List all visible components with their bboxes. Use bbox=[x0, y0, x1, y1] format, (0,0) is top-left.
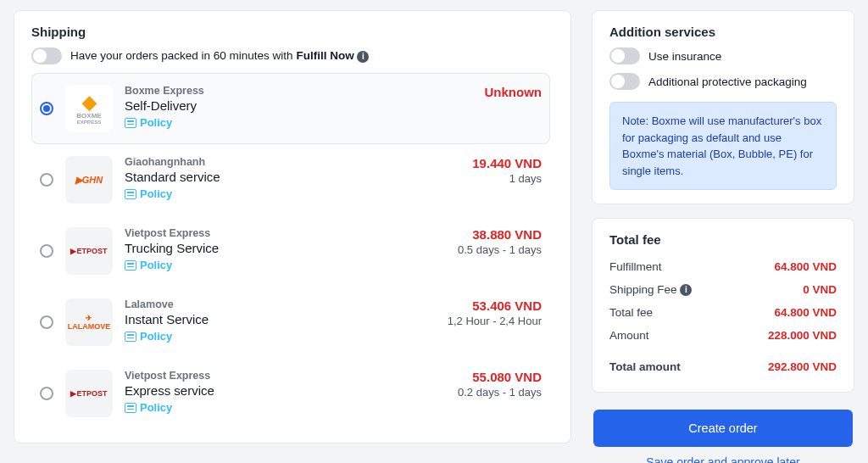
price-column: 38.880 VND0.5 days - 1 days bbox=[423, 227, 542, 256]
total-fee-card: Total fee Fulfillment64.800 VNDShipping … bbox=[592, 218, 854, 393]
service-name: Standard service bbox=[125, 170, 411, 184]
fulfill-now-row: Have your orders packed in 60 minutes wi… bbox=[31, 47, 554, 64]
packaging-toggle[interactable] bbox=[609, 73, 640, 90]
shipping-scroll[interactable]: ◆BOXMEEXPRESSBoxme ExpressSelf-DeliveryP… bbox=[31, 73, 554, 429]
price-column: 19.440 VND1 days bbox=[423, 156, 542, 185]
addition-title: Addition services bbox=[609, 25, 837, 39]
courier-logo: ✈LALAMOVE bbox=[65, 298, 113, 346]
price: 55.080 VND bbox=[423, 370, 542, 384]
courier-name: Vietpost Express bbox=[125, 227, 411, 239]
policy-icon bbox=[125, 403, 136, 413]
service-name: Trucking Service bbox=[125, 241, 411, 255]
courier-name: Vietpost Express bbox=[125, 370, 411, 382]
fee-value: 64.800 VND bbox=[774, 306, 837, 319]
packaging-label: Additional protective packaging bbox=[648, 75, 807, 88]
insurance-toggle[interactable] bbox=[609, 47, 640, 64]
shipping-option[interactable]: ✈LALAMOVELalamoveInstant ServicePolicy53… bbox=[31, 287, 550, 358]
policy-link[interactable]: Policy bbox=[125, 259, 172, 271]
create-order-button[interactable]: Create order bbox=[593, 410, 853, 447]
policy-link[interactable]: Policy bbox=[125, 116, 172, 129]
delivery-estimate: 0.5 days - 1 days bbox=[423, 243, 542, 256]
fee-value: 64.800 VND bbox=[774, 260, 837, 273]
shipping-option[interactable]: ▶GHNGiaohangnhanhStandard servicePolicy1… bbox=[31, 144, 550, 215]
fee-label: Total fee bbox=[609, 306, 653, 319]
fulfill-now-toggle[interactable] bbox=[31, 47, 62, 64]
fee-row: Shipping Fee i0 VND bbox=[609, 278, 837, 301]
delivery-estimate: 0.2 days - 1 days bbox=[423, 386, 542, 399]
courier-logo: ▶ETPOST bbox=[65, 370, 113, 417]
info-icon[interactable]: i bbox=[680, 284, 692, 296]
fee-value: 228.000 VND bbox=[768, 329, 837, 342]
price: 53.406 VND bbox=[423, 298, 542, 313]
shipping-card: Shipping Have your orders packed in 60 m… bbox=[14, 10, 571, 443]
insurance-label: Use insurance bbox=[648, 50, 721, 63]
fee-label: Shipping Fee i bbox=[609, 283, 692, 296]
shipping-radio[interactable] bbox=[40, 102, 53, 115]
shipping-radio[interactable] bbox=[40, 387, 53, 400]
policy-link[interactable]: Policy bbox=[125, 401, 172, 414]
service-name: Instant Service bbox=[125, 312, 411, 326]
total-fee-title: Total fee bbox=[609, 232, 837, 247]
total-amount-row: Total amount 292.800 VND bbox=[609, 355, 837, 378]
shipping-radio[interactable] bbox=[40, 244, 53, 258]
price: 19.440 VND bbox=[423, 156, 542, 170]
info-icon[interactable]: i bbox=[357, 51, 369, 63]
shipping-title: Shipping bbox=[31, 25, 554, 39]
fee-value: 0 VND bbox=[803, 283, 837, 296]
packaging-note: Note: Boxme will use manufacturer's box … bbox=[609, 102, 837, 190]
fee-row: Amount228.000 VND bbox=[609, 324, 837, 347]
courier-logo: ▶GHN bbox=[65, 156, 113, 204]
fee-row: Total fee64.800 VND bbox=[609, 301, 837, 324]
courier-info: LalamoveInstant ServicePolicy bbox=[125, 298, 411, 344]
courier-name: Giaohangnhanh bbox=[125, 156, 411, 168]
shipping-option[interactable]: ▶ETPOSTVietpost ExpressExpress servicePo… bbox=[31, 358, 550, 429]
total-amount-value: 292.800 VND bbox=[768, 360, 837, 373]
courier-name: Lalamove bbox=[125, 298, 411, 310]
addition-services-card: Addition services Use insurance Addition… bbox=[592, 10, 854, 204]
policy-link[interactable]: Policy bbox=[125, 330, 172, 343]
fulfill-now-text: Have your orders packed in 60 minutes wi… bbox=[70, 49, 369, 62]
policy-link[interactable]: Policy bbox=[125, 187, 172, 200]
shipping-option[interactable]: ◆BOXMEEXPRESSBoxme ExpressSelf-DeliveryP… bbox=[31, 73, 550, 144]
price-column: Unknown bbox=[423, 85, 542, 99]
fee-label: Fulfillment bbox=[609, 260, 662, 273]
shipping-option-list: ◆BOXMEEXPRESSBoxme ExpressSelf-DeliveryP… bbox=[31, 73, 554, 429]
policy-icon bbox=[125, 118, 136, 128]
delivery-estimate: 1,2 Hour - 2,4 Hour bbox=[423, 315, 542, 327]
price: 38.880 VND bbox=[423, 227, 542, 242]
policy-icon bbox=[125, 260, 136, 271]
policy-icon bbox=[125, 332, 136, 342]
actions: Create order Save order and approve late… bbox=[592, 406, 854, 463]
courier-info: Vietpost ExpressExpress servicePolicy bbox=[125, 370, 411, 416]
fee-label: Amount bbox=[609, 329, 649, 342]
packaging-row: Additional protective packaging bbox=[609, 73, 837, 90]
shipping-radio[interactable] bbox=[40, 173, 53, 187]
courier-logo: ▶ETPOST bbox=[65, 227, 113, 275]
delivery-estimate: 1 days bbox=[423, 172, 542, 185]
courier-name: Boxme Express bbox=[125, 85, 411, 97]
courier-info: Vietpost ExpressTrucking ServicePolicy bbox=[125, 227, 411, 273]
courier-info: Boxme ExpressSelf-DeliveryPolicy bbox=[125, 85, 411, 131]
price-column: 55.080 VND0.2 days - 1 days bbox=[423, 370, 542, 399]
shipping-option[interactable]: ▶ETPOSTVietpost ExpressTrucking ServiceP… bbox=[31, 215, 550, 287]
policy-icon bbox=[125, 189, 136, 199]
service-name: Self-Delivery bbox=[125, 98, 411, 113]
insurance-row: Use insurance bbox=[609, 47, 837, 64]
fee-row: Fulfillment64.800 VND bbox=[609, 255, 837, 278]
price: Unknown bbox=[423, 85, 542, 99]
courier-info: GiaohangnhanhStandard servicePolicy bbox=[125, 156, 411, 202]
courier-logo: ◆BOXMEEXPRESS bbox=[65, 85, 113, 132]
price-column: 53.406 VND1,2 Hour - 2,4 Hour bbox=[423, 298, 542, 327]
save-approve-later-link[interactable]: Save order and approve later bbox=[593, 455, 853, 463]
shipping-radio[interactable] bbox=[40, 315, 53, 329]
total-amount-label: Total amount bbox=[609, 360, 681, 373]
service-name: Express service bbox=[125, 383, 411, 398]
